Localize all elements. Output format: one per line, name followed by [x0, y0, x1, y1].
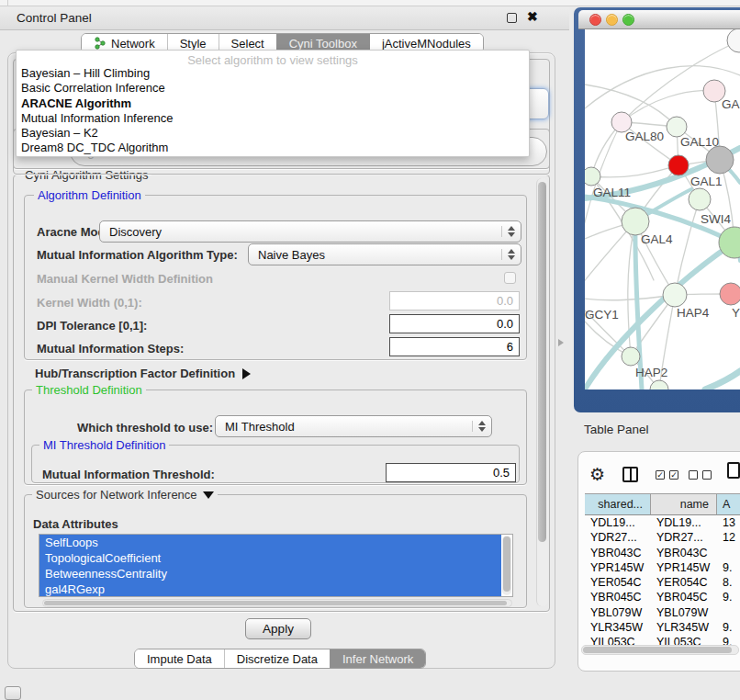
checked-box-icon: ✓ — [656, 470, 665, 480]
bottom-tabbar: Impute Data Discretize Data Infer Networ… — [134, 649, 426, 669]
node-label: GAL10 — [680, 135, 719, 149]
network-edge[interactable] — [591, 165, 678, 177]
table-cell: 8. — [717, 575, 740, 590]
node-table-body: YDL19...YDL19...13YDR27...YDR27...12YBR0… — [585, 515, 740, 650]
network-node[interactable] — [622, 208, 649, 235]
network-view-window: GALGAL80GAL10GAL1GAL11SWI4GAL4HAP4YGCY1H… — [574, 7, 740, 412]
column-header-name[interactable]: name — [651, 493, 717, 515]
attribute-list-item[interactable]: gal4RGexp — [39, 581, 501, 597]
close-window-icon[interactable] — [589, 14, 601, 26]
algorithm-popup-list: Bayesian – Hill ClimbingBasic Correlatio… — [17, 66, 529, 156]
table-row[interactable]: YPR145WYPR145W9. — [585, 560, 740, 575]
attributes-hscrollbar-thumb[interactable] — [44, 601, 507, 605]
sources-group-title[interactable]: Sources for Network Inference — [32, 488, 218, 502]
kernel-width-input[interactable]: 0.0 — [389, 291, 520, 310]
table-cell — [717, 546, 740, 560]
tab-impute-data[interactable]: Impute Data — [135, 649, 224, 668]
network-node[interactable] — [667, 117, 687, 137]
network-node[interactable] — [585, 167, 600, 186]
network-edge[interactable] — [705, 371, 740, 390]
table-cell: 13 — [717, 515, 740, 530]
node-label: SWI4 — [701, 212, 731, 226]
float-panel-icon[interactable] — [507, 13, 517, 23]
table-cell: YBL079W — [585, 605, 651, 620]
network-node[interactable] — [668, 155, 689, 175]
which-threshold-value: MI Threshold — [225, 420, 295, 434]
network-window-titlebar[interactable] — [578, 10, 740, 29]
tab-cyni-toolbox-label: Cyni Toolbox — [289, 37, 357, 51]
select-all-icon[interactable]: ✓ ✓ — [656, 470, 678, 480]
zoom-window-icon[interactable] — [622, 14, 634, 26]
apply-button[interactable]: Apply — [245, 618, 311, 639]
mi-type-select[interactable]: Naive Bayes — [248, 243, 521, 265]
attribute-list-item[interactable]: SelfLoops — [39, 535, 501, 550]
collapse-arrow-icon — [203, 491, 214, 499]
attribute-list-item[interactable]: TopologicalCoefficient — [39, 550, 501, 566]
network-node[interactable] — [727, 29, 740, 52]
mi-threshold-label: Mutual Information Threshold: — [42, 468, 215, 481]
attributes-hscrollbar-track[interactable] — [42, 599, 512, 607]
table-cell: YPR145W — [651, 560, 717, 575]
mi-steps-input[interactable]: 6 — [389, 337, 520, 356]
node-label: GAL4 — [641, 232, 673, 246]
table-row[interactable]: YDL19...YDL19...13 — [585, 515, 740, 530]
threshold-definition-title: Threshold Definition — [32, 383, 146, 397]
stepper-icon — [501, 249, 515, 260]
network-node[interactable] — [720, 283, 740, 305]
table-cell: YBR045C — [651, 590, 717, 604]
algorithm-option[interactable]: Basic Correlation Inference — [17, 81, 529, 96]
manual-kernel-checkbox[interactable] — [504, 272, 516, 284]
algorithm-option[interactable]: Mutual Information Inference — [17, 111, 529, 126]
node-label: HAP4 — [677, 306, 710, 320]
tab-discretize-data[interactable]: Discretize Data — [224, 649, 330, 668]
hub-definition-toggle[interactable]: Hub/Transcription Factor Definition — [35, 367, 251, 380]
tab-infer-network[interactable]: Infer Network — [330, 649, 425, 668]
dpi-tolerance-input[interactable]: 0.0 — [389, 314, 520, 333]
algorithm-option[interactable]: Bayesian – K2 — [17, 126, 529, 141]
table-hscrollbar-thumb[interactable] — [583, 647, 732, 653]
mi-type-value: Naive Bayes — [258, 248, 325, 262]
which-threshold-select[interactable]: MI Threshold — [215, 415, 492, 437]
close-icon[interactable]: ✖ — [527, 9, 538, 24]
network-edge[interactable] — [622, 91, 714, 122]
network-node[interactable] — [689, 188, 711, 210]
aracne-mode-select[interactable]: Discovery — [99, 220, 521, 243]
collapsed-panel-button[interactable] — [5, 686, 21, 700]
column-header-shared-name[interactable]: shared... — [585, 493, 651, 515]
attributes-scrollbar-track[interactable] — [502, 536, 511, 595]
column-header-third[interactable]: A — [717, 493, 740, 515]
minimize-window-icon[interactable] — [606, 14, 618, 26]
network-canvas[interactable]: GALGAL80GAL10GAL1GAL11SWI4GAL4HAP4YGCY1H… — [585, 29, 740, 390]
table-row[interactable]: YDR27...YDR27...12 — [585, 530, 740, 545]
algorithm-option[interactable]: Dream8 DC_TDC Algorithm — [17, 141, 529, 155]
gear-icon[interactable]: ⚙ — [589, 464, 605, 485]
node-label: GCY1 — [585, 308, 619, 322]
settings-scrollbar-thumb[interactable] — [538, 182, 546, 542]
kernel-width-value: 0.0 — [497, 294, 513, 308]
table-row[interactable]: YBR045CYBR045C9. — [585, 590, 740, 604]
network-edge[interactable] — [585, 297, 631, 356]
table-row[interactable]: YER054CYER054C8. — [585, 575, 740, 590]
network-node[interactable] — [706, 146, 734, 174]
table-row[interactable]: YBR043CYBR043C — [585, 546, 740, 560]
expand-arrow-icon — [242, 368, 251, 379]
table-cell: YER054C — [651, 575, 717, 590]
algorithm-option[interactable]: Bayesian – Hill Climbing — [17, 66, 529, 81]
panel-divider-arrow[interactable] — [558, 339, 564, 346]
mi-threshold-value: 0.5 — [493, 466, 510, 480]
attributes-scrollbar-thumb[interactable] — [503, 536, 510, 592]
attribute-list-item[interactable]: BetweennessCentrality — [39, 566, 501, 581]
network-node[interactable] — [622, 347, 640, 366]
mi-threshold-input[interactable]: 0.5 — [386, 463, 516, 482]
network-node[interactable] — [663, 283, 687, 307]
split-view-icon[interactable] — [622, 467, 638, 482]
table-cell: YLR345W — [585, 620, 651, 635]
deselect-all-icon[interactable] — [689, 470, 712, 480]
data-attributes-list[interactable]: SelfLoopsTopologicalCoefficientBetweenne… — [39, 534, 513, 597]
document-icon[interactable] — [727, 462, 740, 479]
algorithm-option[interactable]: ARACNE Algorithm — [17, 96, 529, 111]
table-hscrollbar-track[interactable] — [581, 645, 739, 655]
table-cell: YPR145W — [585, 560, 651, 575]
table-row[interactable]: YBL079WYBL079W — [585, 605, 740, 620]
table-row[interactable]: YLR345WYLR345W9. — [585, 620, 740, 635]
